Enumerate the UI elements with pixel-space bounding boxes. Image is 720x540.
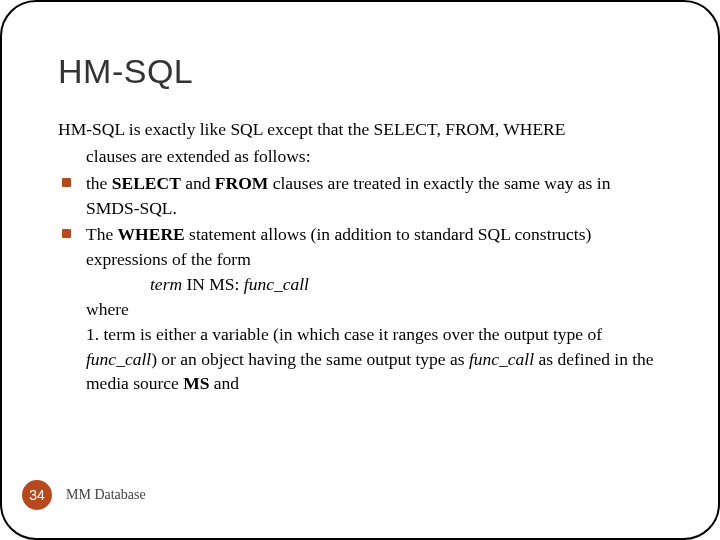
definition-1: 1. term is either a variable (in which c…	[86, 322, 662, 397]
def-c: ) or an object having the same output ty…	[151, 349, 469, 369]
def-b: func_call	[86, 349, 151, 369]
b2-main: The WHERE statement allows (in addition …	[86, 222, 662, 272]
b2-text-a: The	[86, 224, 118, 244]
b1-text-c: and	[181, 173, 215, 193]
expr-in: IN	[182, 274, 209, 294]
page-number-badge: 34	[22, 480, 52, 510]
bullet-2: The WHERE statement allows (in addition …	[58, 222, 662, 396]
slide-title: HM-SQL	[58, 52, 662, 91]
footer-text: MM Database	[66, 487, 146, 503]
expr-func: func_call	[244, 274, 309, 294]
b1-text-a: the	[86, 173, 112, 193]
intro-line-2: clauses are extended as follows:	[58, 144, 662, 169]
def-d: func_call	[469, 349, 534, 369]
b1-from: FROM	[215, 173, 268, 193]
expr-ms: MS	[209, 274, 234, 294]
slide-frame: HM-SQL HM-SQL is exactly like SQL except…	[0, 0, 720, 540]
bullet-list: the SELECT and FROM clauses are treated …	[58, 171, 662, 397]
where-label: where	[86, 297, 662, 322]
b2-where: WHERE	[118, 224, 185, 244]
bullet-1: the SELECT and FROM clauses are treated …	[58, 171, 662, 221]
intro-line-1: HM-SQL is exactly like SQL except that t…	[58, 117, 662, 142]
def-g: and	[209, 373, 239, 393]
slide-body: HM-SQL is exactly like SQL except that t…	[58, 117, 662, 396]
expression-line: term IN MS: func_call	[86, 272, 662, 297]
b1-select: SELECT	[112, 173, 181, 193]
def-f: MS	[183, 373, 209, 393]
expr-colon: :	[235, 274, 244, 294]
expr-term: term	[150, 274, 182, 294]
def-a: 1. term is either a variable (in which c…	[86, 324, 602, 344]
slide-footer: 34 MM Database	[22, 480, 146, 510]
